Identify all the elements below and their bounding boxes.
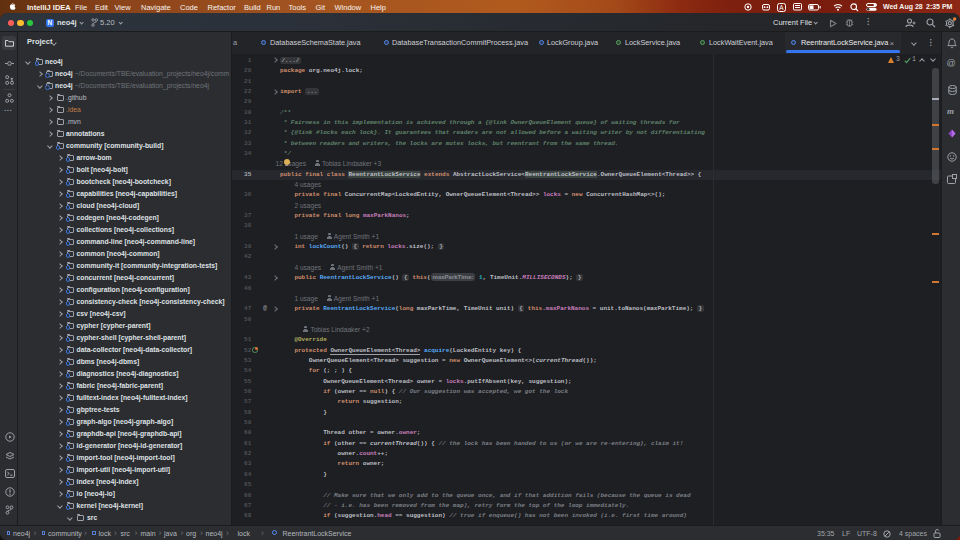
svg-text:A: A <box>779 4 784 11</box>
